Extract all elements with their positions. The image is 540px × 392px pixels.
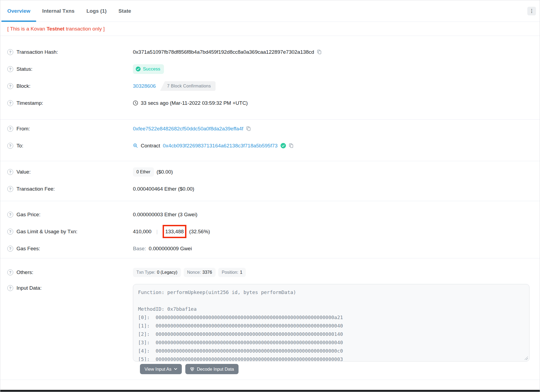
position-value: 1 [240, 270, 242, 275]
others-label: Others: [16, 269, 33, 275]
timestamp-value: 33 secs ago (Mar-11-2022 03:59:32 PM +UT… [141, 100, 248, 106]
clock-icon [133, 100, 138, 106]
help-icon[interactable]: ? [7, 246, 13, 252]
testnet-warning: [ This is a Kovan Testnet transaction on… [0, 22, 540, 36]
view-input-as-label: View Input As [145, 367, 172, 372]
row-block: ? Block: 30328606 7 Block Confirmations [0, 77, 540, 94]
row-status: ? Status: Success [0, 60, 540, 77]
input-data-textarea[interactable]: Function: performUpkeep(uint256 id, byte… [133, 284, 529, 361]
block-number-link[interactable]: 30328606 [133, 83, 156, 89]
ether-value-badge: 0 Ether [133, 167, 154, 177]
input-word-lines: [0]: 00000000000000000000000000000000000… [138, 313, 529, 361]
magnifier-zoom-icon[interactable] [133, 143, 138, 148]
row-others: ? Others: Txn Type: 0 (Legacy) Nonce: 33… [0, 264, 540, 281]
help-icon[interactable]: ? [7, 229, 13, 235]
input-word-line: [5]: 00000000000000000000000000000000000… [138, 355, 529, 361]
tab-bar: Overview Internal Txns Logs (1) State ⋮ [0, 0, 540, 22]
help-icon[interactable]: ? [7, 169, 13, 175]
status-text: Success [143, 66, 160, 72]
tx-fee-label: Transaction Fee: [16, 186, 55, 192]
tab-state[interactable]: State [113, 0, 137, 22]
from-address-link[interactable]: 0xfee7522e8482682cf50ddc50a0f8da2a39effa… [133, 126, 243, 132]
tx-hash-value: 0x371a51097fb78df856f8b4a7bd459f192d8cc8… [133, 49, 314, 55]
verified-check-icon [280, 143, 286, 148]
check-circle-icon [136, 66, 141, 72]
help-icon[interactable]: ? [7, 49, 13, 55]
status-label: Status: [16, 66, 32, 72]
gas-pipe-separator: | [154, 229, 160, 235]
tab-internal-txns[interactable]: Internal Txns [36, 0, 81, 22]
gas-price-value: 0.000000003 Ether (3 Gwei) [133, 212, 197, 218]
txn-type-badge: Txn Type: 0 (Legacy) [133, 268, 181, 277]
help-icon[interactable]: ? [7, 126, 13, 132]
input-blank-line [138, 296, 529, 305]
gas-fees-base-label: Base: [133, 246, 146, 252]
gas-limit-value: 410,000 [133, 229, 152, 235]
tab-logs[interactable]: Logs (1) [81, 0, 113, 22]
to-label: To: [16, 143, 23, 149]
row-to: ? To: Contract 0x4cb093f226983713164a621… [0, 137, 540, 154]
decode-icon [190, 367, 194, 371]
nonce-label: Nonce: [187, 270, 201, 275]
input-actions: View Input As Decode Input Data [140, 364, 540, 374]
section-others-input: ? Others: Txn Type: 0 (Legacy) Nonce: 33… [0, 258, 540, 380]
gas-limit-label: Gas Limit & Usage by Txn: [16, 229, 78, 235]
resize-grip-icon[interactable] [524, 356, 528, 360]
input-methodid-line: MethodID: 0x7bbaf1ea [138, 305, 529, 313]
gas-price-label: Gas Price: [16, 212, 41, 218]
block-label: Block: [16, 83, 31, 89]
bottom-dark-bar [0, 390, 540, 392]
gas-used-value: 133,488 [165, 229, 184, 234]
help-icon[interactable]: ? [7, 83, 13, 89]
help-icon[interactable]: ? [7, 100, 13, 106]
help-icon[interactable]: ? [7, 66, 13, 72]
tx-fee-value: 0.000400464 Ether ($0.00) [133, 186, 194, 192]
view-input-as-button[interactable]: View Input As [140, 364, 182, 374]
input-word-line: [0]: 00000000000000000000000000000000000… [138, 313, 529, 322]
testnet-warning-text: [ This is a Kovan Testnet transaction on… [7, 26, 105, 32]
section-summary: ? Transaction Hash: 0x371a51097fb78df856… [0, 36, 540, 120]
row-input-data: ? Input Data: Function: performUpkeep(ui… [0, 284, 540, 361]
row-gas-limit-usage: ? Gas Limit & Usage by Txn: 410,000 | 13… [0, 223, 540, 240]
vertical-ellipsis-icon: ⋮ [529, 9, 534, 13]
transaction-detail-page: Overview Internal Txns Logs (1) State ⋮ … [0, 0, 540, 392]
input-data-label: Input Data: [16, 285, 42, 291]
row-value: ? Value: 0 Ether ($0.00) [0, 163, 540, 180]
bottom-divider [0, 380, 540, 380]
row-gas-price: ? Gas Price: 0.000000003 Ether (3 Gwei) [0, 206, 540, 223]
to-contract-word: Contract [141, 143, 160, 149]
section-gas: ? Gas Price: 0.000000003 Ether (3 Gwei) … [0, 201, 540, 258]
row-from: ? From: 0xfee7522e8482682cf50ddc50a0f8da… [0, 120, 540, 137]
txn-type-label: Txn Type: [136, 270, 155, 275]
more-options-button[interactable]: ⋮ [527, 7, 536, 15]
gas-used-percent: (32.56%) [189, 229, 210, 235]
help-icon[interactable]: ? [7, 285, 13, 291]
input-word-line: [2]: 00000000000000000000000000000000000… [138, 330, 529, 338]
txn-type-value: 0 (Legacy) [157, 270, 177, 275]
copy-icon[interactable] [246, 126, 251, 131]
gas-used-annotation-box: 133,488 [163, 225, 187, 238]
decode-input-data-button[interactable]: Decode Input Data [185, 364, 239, 374]
to-address-link[interactable]: 0x4cb093f226983713164a62138c3f718a5b595f… [163, 143, 278, 149]
help-icon[interactable]: ? [7, 186, 13, 192]
tab-overview[interactable]: Overview [1, 0, 36, 22]
section-value: ? Value: 0 Ether ($0.00) ? Transaction F… [0, 161, 540, 201]
input-function-line: Function: performUpkeep(uint256 id, byte… [138, 288, 529, 296]
from-label: From: [16, 126, 30, 132]
copy-icon[interactable] [289, 143, 294, 148]
tx-hash-label: Transaction Hash: [16, 49, 58, 55]
value-label: Value: [16, 169, 31, 175]
block-confirmations-badge: 7 Block Confirmations [160, 81, 216, 91]
help-icon[interactable]: ? [7, 212, 13, 218]
help-icon[interactable]: ? [7, 269, 13, 275]
nonce-value: 3376 [202, 270, 212, 275]
help-icon[interactable]: ? [7, 143, 13, 149]
timestamp-label: Timestamp: [16, 100, 43, 106]
input-word-line: [3]: 00000000000000000000000000000000000… [138, 338, 529, 347]
decode-input-data-label: Decode Input Data [197, 367, 234, 372]
status-badge: Success [133, 64, 164, 74]
chevron-down-icon [174, 368, 177, 370]
position-label: Position: [222, 270, 238, 275]
copy-icon[interactable] [317, 49, 322, 55]
gas-fees-label: Gas Fees: [16, 246, 40, 252]
